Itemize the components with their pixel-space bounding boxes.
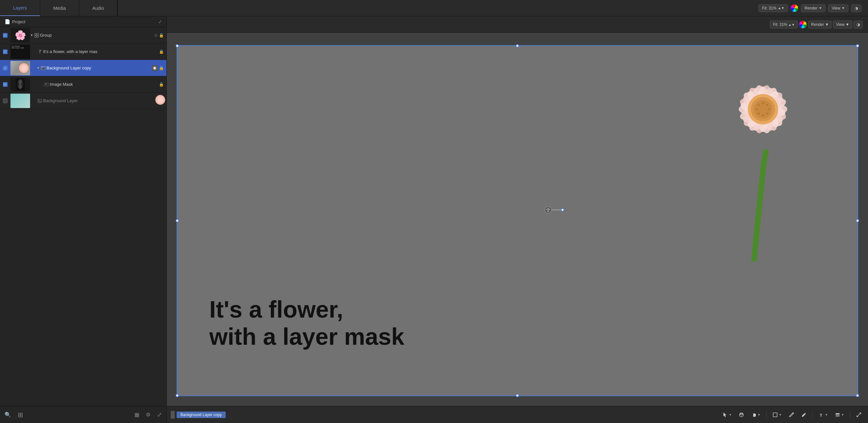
share-icon[interactable]: ⤢ [157,411,162,418]
shape-tool-icon [773,412,778,418]
layer-thumb-bg [10,94,30,108]
layer-label-text: It's a flower, with a layer mas [43,49,159,54]
mask-icon [152,65,158,71]
panel-action-icon[interactable]: ⤢ [158,19,162,24]
bg-type-icon [37,99,43,103]
layer-lock-icon[interactable]: 🔒 [159,50,164,54]
layer-checkbox-bgcopy[interactable] [0,66,10,70]
color-wheel-button[interactable] [790,4,798,12]
orbit-tool-button[interactable] [736,411,747,419]
checkbox-icon [3,82,7,87]
fit-arrows-icon: ▲▼ [788,23,795,27]
render-button[interactable]: Render ▼ [801,4,826,12]
text-tool-icon: T [818,412,824,418]
fit-caret-icon: ▲▼ [778,6,784,10]
layer-checkbox-group[interactable] [0,33,10,38]
layer-checkbox-bg[interactable] [0,98,10,103]
layer-thumb-group: 🌸 [10,28,30,43]
layer-thumb-text: It's a flower,with a layer mask [10,45,30,59]
expand-icon-bgcopy[interactable]: ▼ [37,66,40,70]
svg-text:T: T [819,413,823,418]
view-button2[interactable]: View ▼ [833,21,852,28]
text-type-icon: T [37,49,43,54]
layer-checkbox-text[interactable] [0,50,10,54]
svg-point-7 [154,67,156,69]
tab-layers[interactable]: Layers [0,0,40,16]
layer-item[interactable]: 🌸 ▼ Group ⊙ 🔒 [0,27,166,44]
render-button2[interactable]: Render ▼ [808,21,832,28]
orbit-tool-icon [739,412,744,418]
checkbox-icon [3,66,7,70]
canvas-top-right: Fit: 31% ▲▼ Render ▼ View ▼ ◑ [770,17,868,33]
pencil-tool-button[interactable] [799,411,809,419]
canvas-container[interactable]: It's a flower, with a layer mask [167,33,868,406]
layer-label-group: Group [40,33,154,38]
theme-icon: ◑ [855,6,858,10]
shape-tool-button[interactable]: ▼ [770,411,784,419]
svg-point-33 [762,102,764,104]
text-caret-icon: ▼ [825,413,828,417]
checkbox-icon [3,98,7,103]
theme-toggle[interactable]: ◑ [854,21,863,28]
view-button[interactable]: View ▼ [828,4,848,12]
canvas-bottom-bar: Background Layer copy ▼ ▼ ▼ [167,406,868,423]
main-layout: 📄 Project ⤢ 🌸 ▼ Group [0,17,868,423]
svg-rect-46 [836,415,840,416]
svg-point-36 [766,113,768,115]
layer-checkbox-mask[interactable] [0,82,10,87]
select-tool-button[interactable]: ▼ [720,411,734,419]
layer-solo-icon[interactable]: ⊙ [154,33,158,38]
settings-icon[interactable]: ⚙ [146,412,150,418]
layer-lock-icon[interactable]: 🔒 [159,82,164,87]
left-panel-bottom: 🔍 ⊞ ▦ ⚙ ⤢ [0,406,167,423]
render-caret-icon: ▼ [818,6,822,10]
layers-tool-button[interactable]: ▼ [832,411,847,419]
layout-icon[interactable]: ⊞ [18,411,23,419]
transform-handle-area[interactable] [545,206,564,213]
view-caret-icon: ▼ [841,6,845,10]
layer-lock-icon[interactable]: 🔒 [159,33,164,38]
layer-item-mask[interactable]: Image Mask 🔒 [0,76,166,93]
theme-button[interactable]: ◑ [851,4,862,12]
canvas-area: Fit: 31% ▲▼ Render ▼ View ▼ ◑ [167,17,868,423]
tab-group: Layers Media Audio [0,0,118,16]
hand-tool-button[interactable]: ▼ [749,411,763,419]
layer-label-bg: Background Layer [43,98,159,103]
tool-separator-3 [850,411,850,419]
resize-corner-button[interactable] [854,411,864,419]
canvas-text: It's a flower, with a layer mask [209,296,404,350]
tab-media[interactable]: Media [40,0,79,16]
layer-thumb-mask [10,77,30,92]
pen-tool-button[interactable] [786,411,797,419]
layer-actions-bgcopy: 🔒 [152,65,164,71]
scrubber-handle[interactable] [171,411,175,419]
layer-item-bg[interactable]: Background Layer 🔒 [0,93,166,109]
text-tool-button[interactable]: T ▼ [816,411,830,419]
layer-list: 🌸 ▼ Group ⊙ 🔒 It's a flower [0,27,166,406]
resize-corner-icon [856,412,862,418]
fit-button[interactable]: Fit: 31% ▲▼ [758,4,788,12]
canvas-top-bar: Fit: 31% ▲▼ Render ▼ View ▼ ◑ [167,17,868,33]
expand-icon[interactable]: ▼ [30,33,33,37]
hand-tool-icon [751,412,756,418]
grid-icon[interactable]: ▦ [134,412,139,418]
checkbox-icon [3,50,7,54]
layer-item-selected[interactable]: ▼ Background Layer copy 🔒 [0,60,166,76]
color-wheel-button2[interactable] [799,21,807,28]
panel-header: 📄 Project ⤢ [0,17,166,27]
select-tool-icon [722,412,728,418]
project-label: Project [12,19,25,24]
top-bar: Layers Media Audio Fit: 31% ▲▼ Render ▼ … [0,0,868,17]
svg-rect-45 [836,413,840,414]
select-caret-icon: ▼ [729,413,732,417]
image-type-icon [40,66,46,70]
search-icon[interactable]: 🔍 [5,412,11,418]
fit-control[interactable]: Fit: 31% ▲▼ [770,21,798,28]
render-caret: ▼ [825,22,829,27]
layers-tool-icon [835,412,840,418]
layer-item[interactable]: It's a flower,with a layer mask T It's a… [0,44,166,60]
mask-type-icon [43,83,50,86]
layer-lock-icon[interactable]: 🔒 [159,66,164,70]
tab-audio[interactable]: Audio [79,0,117,16]
group-type-icon [33,33,40,38]
